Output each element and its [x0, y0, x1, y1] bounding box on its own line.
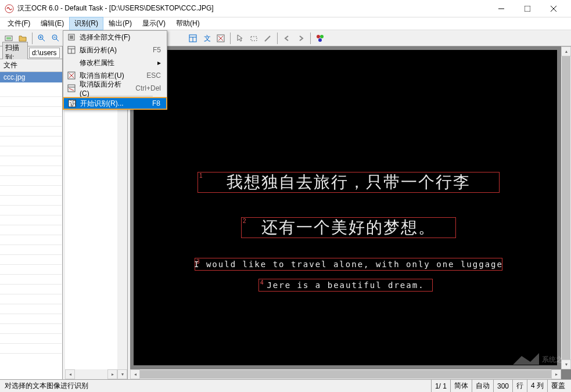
file-list-header[interactable]: 文件 [0, 59, 62, 72]
menu-help[interactable]: 帮助(H) [171, 17, 205, 30]
menu-output[interactable]: 输出(P) [103, 17, 137, 30]
svg-point-36 [317, 35, 320, 38]
file-sidebar: 扫描到: d:\users 文件 ccc.jpg [0, 46, 63, 379]
canvas-scroll-h[interactable]: ◂ ▸ [130, 369, 561, 379]
svg-rect-2 [525, 6, 530, 12]
blank-icon [66, 58, 77, 67]
tb-pointer[interactable] [234, 32, 246, 45]
scroll-track[interactable] [561, 56, 571, 359]
ocr-region-4[interactable]: 4 Jere is a beautiful dream. [258, 279, 433, 292]
statusbar: 对选择的文本图像进行识别 1/ 1 简体 自动 300 行 4 列 覆盖 [0, 379, 571, 392]
tb-zoom-in[interactable] [35, 32, 48, 45]
canvas-scroll-v[interactable]: ▴ ▾ [561, 46, 571, 369]
svg-rect-13 [68, 85, 75, 92]
grid-lines [0, 87, 62, 354]
scan-path[interactable]: d:\users [29, 48, 60, 58]
dropdown-shortcut: F8 [152, 99, 164, 107]
svg-line-35 [265, 36, 270, 41]
status-lang: 简体 [450, 380, 472, 392]
canvas-area[interactable]: 1 我想独自去旅行，只带一个行李 2 还有一个美好的梦想。 3 I would … [130, 46, 571, 379]
scroll-thumb[interactable] [140, 370, 551, 379]
menu-edit[interactable]: 编辑(E) [35, 17, 69, 30]
status-auto: 自动 [472, 380, 493, 392]
file-list[interactable]: ccc.jpg [0, 72, 62, 379]
status-row: 行 [512, 380, 527, 392]
svg-text:系统之: 系统之 [542, 355, 563, 364]
window-controls [488, 0, 566, 17]
toolbar-separator [32, 33, 33, 44]
layout-icon [66, 45, 77, 55]
submenu-arrow-icon: ▸ [157, 59, 164, 67]
preview-scroll-h[interactable]: ◂ ▸ [65, 369, 117, 379]
tb-draw-region[interactable] [247, 32, 260, 45]
dropdown-layout-analysis[interactable]: 版面分析(A) F5 [63, 44, 167, 56]
svg-text:识: 识 [70, 99, 76, 107]
status-message: 对选择的文本图像进行识别 [2, 381, 431, 391]
scroll-thumb[interactable] [562, 56, 570, 359]
dropdown-shortcut: ESC [146, 71, 164, 80]
maximize-button[interactable] [514, 0, 540, 17]
scroll-left-icon[interactable]: ◂ [130, 369, 140, 379]
tb-pencil[interactable] [261, 32, 274, 45]
svg-rect-6 [70, 35, 73, 39]
close-button[interactable] [540, 0, 566, 17]
svg-line-21 [42, 39, 45, 41]
recognize-dropdown: 选择全部文件(F) 版面分析(A) F5 修改栏属性 ▸ 取消当前栏(U) ES… [63, 30, 167, 110]
toolbar-separator [277, 33, 278, 44]
status-page: 1/ 1 [431, 380, 450, 392]
tb-delete-region[interactable] [214, 32, 227, 45]
dropdown-modify-column[interactable]: 修改栏属性 ▸ [63, 56, 167, 69]
svg-point-38 [318, 38, 322, 42]
scroll-down-icon[interactable]: ▾ [117, 369, 127, 379]
image-content[interactable]: 1 我想独自去旅行，只带一个行李 2 还有一个美好的梦想。 3 I would … [134, 50, 557, 365]
toolbar-separator [310, 33, 311, 44]
ocr-region-3[interactable]: 3 I would like to travel alone, with onl… [195, 258, 502, 271]
region-number: 4 [260, 279, 264, 286]
titlebar: 汉王OCR 6.0 - Default Task - [D:\USERS\DES… [0, 0, 571, 17]
scroll-right-icon[interactable]: ▸ [107, 369, 117, 379]
svg-text:文: 文 [204, 34, 211, 42]
image-text: Jere is a beautiful dream. [259, 279, 432, 291]
menu-recognize[interactable]: 识别(R) [69, 17, 103, 30]
window-title: 汉王OCR 6.0 - Default Task - [D:\USERS\DES… [17, 3, 488, 13]
cancel-layout-icon [66, 84, 77, 93]
tb-text-mode[interactable]: 文 [200, 32, 213, 45]
scan-bar: 扫描到: d:\users [0, 46, 62, 59]
dropdown-label: 选择全部文件(F) [80, 33, 164, 42]
scroll-up-icon[interactable]: ▴ [561, 46, 571, 56]
scroll-track[interactable] [140, 369, 551, 379]
region-number: 2 [243, 218, 246, 224]
menu-file[interactable]: 文件(F) [2, 17, 35, 30]
file-item[interactable]: ccc.jpg [0, 72, 62, 82]
menu-display[interactable]: 显示(V) [137, 17, 171, 30]
scroll-left-icon[interactable]: ◂ [65, 369, 75, 379]
app-icon [5, 4, 14, 13]
dropdown-label: 开始识别(R)... [80, 99, 148, 109]
tb-next[interactable] [295, 32, 307, 45]
cancel-icon [66, 71, 77, 80]
image-text: I would like to travel alone, with only … [195, 258, 502, 270]
dropdown-shortcut: F5 [153, 46, 164, 54]
status-col: 4 列 [527, 380, 547, 392]
svg-line-15 [69, 88, 74, 91]
tb-prev[interactable] [281, 32, 293, 45]
minimize-button[interactable] [488, 0, 514, 17]
dropdown-label: 版面分析(A) [80, 45, 148, 55]
dropdown-label: 取消版面分析(C) [80, 80, 131, 98]
tb-zoom-out[interactable] [49, 32, 62, 45]
ocr-region-2[interactable]: 2 还有一个美好的梦想。 [241, 217, 456, 238]
scroll-track[interactable] [75, 369, 107, 379]
tb-palette[interactable] [314, 32, 326, 45]
ocr-region-1[interactable]: 1 我想独自去旅行，只带一个行李 [197, 172, 500, 193]
dropdown-select-all[interactable]: 选择全部文件(F) [63, 31, 167, 44]
tb-layout[interactable] [186, 32, 199, 45]
menubar: 文件(F) 编辑(E) 识别(R) 输出(P) 显示(V) 帮助(H) [0, 17, 571, 30]
toolbar-separator [230, 33, 231, 44]
dropdown-shortcut: Ctrl+Del [135, 84, 164, 92]
dropdown-cancel-layout[interactable]: 取消版面分析(C) Ctrl+Del [63, 82, 167, 95]
image-text: 还有一个美好的梦想。 [242, 218, 455, 238]
dropdown-start-recognize[interactable]: 识 开始识别(R)... F8 [63, 97, 167, 110]
dropdown-label: 修改栏属性 [80, 58, 157, 68]
svg-line-25 [56, 39, 59, 41]
status-mode: 覆盖 [547, 380, 569, 392]
